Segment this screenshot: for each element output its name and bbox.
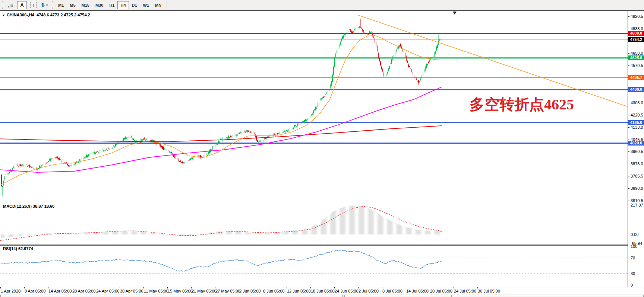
- time-tick-mark: [454, 287, 454, 288]
- tf-button-M30[interactable]: M30: [92, 1, 106, 9]
- tf-button-H1[interactable]: H1: [106, 1, 117, 9]
- ohlc-readout: 4748.6 4773.2 4725.2 4754.2: [37, 13, 90, 17]
- chart-tab[interactable]: [453, 295, 644, 297]
- rsi-label: RSI(14) 62.9774: [3, 246, 33, 251]
- time-tick-mark: [477, 287, 478, 288]
- time-axis-label: 30 Apr 05:00: [120, 289, 143, 293]
- time-axis-label: 24 Apr 05:00: [96, 289, 119, 293]
- arrows-tool-button[interactable]: ⇅ ▾: [40, 1, 49, 9]
- time-axis-label: 8 Jun 05:00: [263, 289, 285, 293]
- tf-button-MN[interactable]: MN: [152, 1, 164, 9]
- time-axis-label: 18 Jun 05:00: [311, 289, 335, 293]
- descending-trendline: [358, 15, 627, 106]
- price-tick-label: 4658.0: [631, 51, 643, 55]
- tf-button-M1[interactable]: M1: [55, 1, 67, 9]
- pattern-tool-button[interactable]: F: [6, 1, 16, 9]
- price-tick-label: 3785.5: [631, 174, 643, 178]
- price-tick-mark: [628, 103, 629, 103]
- price-level-label-4800.0: 4800.0: [628, 31, 644, 36]
- price-level-label-4485.7: 4485.7: [628, 75, 644, 80]
- time-axis-label: 24 Jul 05:00: [454, 289, 476, 293]
- rsi-axis-label: 100: [631, 244, 637, 249]
- rsi-axis-label: 0: [631, 283, 633, 287]
- price-tick-label: 4133.0: [631, 125, 643, 130]
- time-axis-label: 11 May 05:00: [144, 289, 168, 293]
- price-tick-label: 3873.0: [631, 162, 643, 166]
- time-tick-mark: [382, 287, 382, 288]
- price-axis[interactable]: 4920.54833.04658.04570.54308.04220.54133…: [628, 11, 644, 287]
- rsi-axis-label: 70: [631, 256, 635, 260]
- price-tick-mark: [628, 140, 629, 140]
- price-tick-mark: [628, 16, 629, 17]
- price-tick-mark: [628, 176, 629, 176]
- price-tick-mark: [628, 127, 629, 128]
- chart-tab[interactable]: [344, 295, 452, 297]
- rsi-axis-label: 30: [631, 271, 635, 276]
- time-tick-mark: [72, 287, 72, 288]
- price-tick-label: 4220.5: [631, 113, 643, 117]
- time-axis-label: 24 Jun 05:00: [335, 289, 359, 293]
- timeframe-button-group: M1M5M15M30H1H4D1W1MN: [55, 1, 164, 9]
- time-tick-mark: [48, 287, 48, 288]
- time-axis-label: 15 May 05:00: [168, 289, 193, 293]
- time-tick-mark: [215, 287, 215, 288]
- time-tick-mark: [287, 287, 287, 288]
- price-tick-mark: [628, 188, 629, 189]
- price-tick-mark: [628, 164, 629, 164]
- timeframe-group-handle[interactable]: [52, 1, 53, 9]
- time-tick-mark: [263, 287, 263, 288]
- rsi-indicator-pane[interactable]: [0, 246, 628, 287]
- macd-signal-line: [0, 206, 442, 240]
- price-tick-mark: [628, 115, 629, 115]
- price-tick-label: 4570.5: [631, 63, 643, 68]
- time-tick-mark: [430, 287, 430, 288]
- price-tick-mark: [628, 151, 629, 152]
- toolbar-drag-handle[interactable]: [2, 1, 3, 9]
- tf-button-W1[interactable]: W1: [140, 1, 152, 9]
- price-tick-label: 4833.0: [631, 26, 643, 31]
- macd-indicator-pane[interactable]: [0, 203, 628, 245]
- toolbar-separator: [167, 1, 167, 9]
- price-tick-label: 3960.5: [631, 149, 643, 154]
- chart-window[interactable]: ▼CHINA300-,H4 4748.6 4773.2 4725.2 4754.…: [0, 10, 644, 297]
- time-axis-label: 2 Jul 05:00: [359, 289, 379, 293]
- chart-title: ▼CHINA300-,H4 4748.6 4773.2 4725.2 4754.…: [2, 13, 90, 17]
- time-tick-mark: [96, 287, 96, 288]
- tf-button-D1[interactable]: D1: [129, 1, 140, 9]
- price-level-label-4020.0: 4020.0: [628, 141, 644, 146]
- chart-tab[interactable]: [0, 295, 343, 297]
- price-tick-mark: [628, 29, 629, 29]
- time-tick-mark: [406, 287, 406, 288]
- price-tick-label: 4920.5: [631, 14, 643, 19]
- time-axis-label: 12 Jun 05:00: [287, 289, 311, 293]
- time-axis-label: 8 Apr 05:00: [25, 289, 45, 293]
- rsi-line: [1, 250, 442, 271]
- text-label-a-icon: A: [20, 2, 24, 8]
- text-box-tool-button[interactable]: T: [28, 1, 38, 9]
- time-tick-mark: [24, 287, 25, 288]
- price-level-label-4625.0: 4625.0: [628, 55, 644, 60]
- time-tick-mark: [239, 287, 239, 288]
- text-label-tool-button[interactable]: A: [17, 1, 27, 9]
- ma-slow-red-line: [0, 126, 442, 142]
- time-axis-label: 21 May 05:00: [192, 289, 217, 293]
- chart-tab-strip: [0, 294, 644, 297]
- time-axis-label: 30 Jul 05:00: [478, 289, 500, 293]
- tf-button-H4[interactable]: H4: [117, 1, 129, 9]
- price-tick-label: 4308.0: [631, 100, 643, 105]
- price-tick-label: 3698.0: [631, 186, 643, 191]
- price-level-label-4754.2: 4754.2: [628, 37, 644, 42]
- tf-button-M5[interactable]: M5: [67, 1, 78, 9]
- grid-f-label: F: [8, 6, 10, 9]
- arrows-icon: ⇅: [41, 2, 45, 8]
- time-axis[interactable]: 1 Apr 20208 Apr 05:0014 Apr 05:0020 Apr …: [0, 287, 644, 294]
- price-tick-label: 3610.5: [631, 198, 643, 203]
- time-tick-mark: [310, 287, 311, 288]
- time-axis-label: 20 Apr 05:00: [72, 289, 95, 293]
- tf-button-M15[interactable]: M15: [79, 1, 92, 9]
- macd-axis-label: 217.37: [631, 203, 643, 207]
- symbol-dropdown-triangle-icon[interactable]: ▼: [2, 14, 5, 17]
- time-tick-mark: [120, 287, 120, 288]
- time-tick-mark: [191, 287, 192, 288]
- price-tick-mark: [628, 53, 629, 54]
